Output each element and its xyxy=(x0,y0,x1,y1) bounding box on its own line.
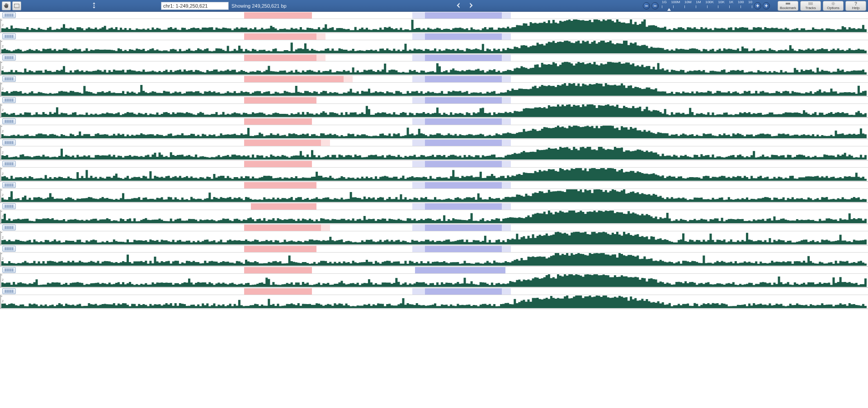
track-body[interactable]: 2 xyxy=(0,168,868,181)
genomic-location-input[interactable] xyxy=(161,2,229,10)
track-settings-button[interactable] xyxy=(2,12,16,18)
help-button[interactable]: ? Help xyxy=(845,1,866,11)
bookmark-button-label: Bookmark xyxy=(780,6,796,10)
zoom-scale-pointer-icon[interactable] xyxy=(667,8,671,11)
options-button[interactable]: Options xyxy=(823,1,844,11)
track-settings-button[interactable] xyxy=(2,267,16,273)
vertical-resize-icon[interactable] xyxy=(90,2,98,10)
track-row: 2 xyxy=(0,75,868,97)
pan-right-button[interactable] xyxy=(467,1,475,10)
zoom-in-button[interactable]: + xyxy=(754,2,761,9)
highlight-region-blue xyxy=(425,140,502,146)
track-header xyxy=(0,12,868,19)
track-body[interactable]: 2 xyxy=(0,146,868,160)
select-region-button[interactable] xyxy=(12,1,21,10)
grid-icon xyxy=(4,204,14,208)
track-body[interactable]: 2 xyxy=(0,253,868,266)
track-settings-button[interactable] xyxy=(2,97,16,103)
svg-line-13 xyxy=(834,2,835,3)
track-body[interactable]: 2 xyxy=(0,104,868,117)
pan-tool-button[interactable] xyxy=(2,1,11,10)
highlight-region-blue xyxy=(425,97,502,103)
track-settings-button[interactable] xyxy=(2,288,16,294)
track-settings-button[interactable] xyxy=(2,161,16,167)
track-body[interactable]: 2 xyxy=(0,274,868,287)
track-row: 2 xyxy=(0,288,868,309)
highlight-region-blue xyxy=(425,118,502,125)
bookmark-button[interactable]: Bookmark xyxy=(778,1,798,11)
grid-icon xyxy=(4,289,14,293)
gear-icon xyxy=(830,1,836,6)
zoom-out-button[interactable]: − xyxy=(651,2,659,9)
grid-icon xyxy=(4,268,14,272)
track-row: 2 xyxy=(0,54,868,75)
track-body[interactable]: 2 xyxy=(0,19,868,33)
highlight-region-blue xyxy=(425,203,502,210)
pan-nav xyxy=(455,1,475,10)
track-body[interactable]: 2 xyxy=(0,295,868,309)
zoom-out-step-button[interactable]: − xyxy=(643,2,650,9)
grid-icon xyxy=(4,225,14,230)
zoom-controls: − − 1G 100M 10M 1M 100K 10K 1K 100 10 + … xyxy=(643,1,771,11)
zoom-scale[interactable]: 1G 100M 10M 1M 100K 10K 1K 100 10 xyxy=(662,1,752,11)
track-row: 2 xyxy=(0,97,868,118)
svg-point-5 xyxy=(832,3,834,4)
tracks-scroll-area[interactable]: 22222222222222 xyxy=(0,12,868,408)
track-settings-button[interactable] xyxy=(2,182,16,188)
zoom-scale-labels: 1G 100M 10M 1M 100K 10K 1K 100 10 xyxy=(662,0,752,4)
track-settings-button[interactable] xyxy=(2,246,16,252)
svg-rect-1 xyxy=(786,3,790,5)
track-body[interactable]: 2 xyxy=(0,210,868,224)
track-header xyxy=(0,97,868,104)
zoom-in-step-button[interactable]: + xyxy=(763,2,770,9)
track-body[interactable]: 2 xyxy=(0,125,868,139)
track-header xyxy=(0,224,868,231)
track-header xyxy=(0,54,868,61)
track-body[interactable]: 2 xyxy=(0,83,868,96)
track-row: 2 xyxy=(0,139,868,160)
highlight-region-pink xyxy=(244,225,321,231)
tracks-button[interactable]: Tracks xyxy=(800,1,821,11)
help-button-label: Help xyxy=(852,6,859,10)
track-settings-button[interactable] xyxy=(2,203,16,209)
track-header xyxy=(0,160,868,168)
highlight-region-pink xyxy=(251,203,316,210)
coverage-signal xyxy=(1,232,867,244)
track-row: 2 xyxy=(0,203,868,224)
options-button-label: Options xyxy=(827,6,840,10)
hand-icon xyxy=(3,3,9,9)
track-row: 2 xyxy=(0,118,868,139)
highlight-region-blue xyxy=(425,182,502,188)
track-settings-button[interactable] xyxy=(2,76,16,82)
track-header xyxy=(0,139,868,146)
highlight-region-blue xyxy=(425,76,502,82)
track-body[interactable]: 2 xyxy=(0,61,868,75)
track-body[interactable]: 2 xyxy=(0,231,868,245)
highlight-region-blue xyxy=(425,161,502,167)
pan-left-button[interactable] xyxy=(455,1,463,10)
highlight-region-pink xyxy=(244,140,321,146)
track-row: 2 xyxy=(0,182,868,203)
coverage-signal xyxy=(1,168,867,181)
highlight-region-pink xyxy=(244,161,312,167)
coverage-signal xyxy=(1,147,867,159)
toolbar-right-buttons: Bookmark Tracks Options ? Help xyxy=(778,1,866,11)
track-settings-button[interactable] xyxy=(2,140,16,145)
track-body[interactable]: 2 xyxy=(0,189,868,202)
range-summary-label: Showing 249,250,621 bp xyxy=(231,3,287,9)
highlight-region-blue xyxy=(415,267,505,273)
highlight-region-pink xyxy=(244,33,316,40)
track-body[interactable]: 2 xyxy=(0,40,868,54)
track-header xyxy=(0,33,868,40)
highlight-region-pink xyxy=(244,118,312,125)
track-settings-button[interactable] xyxy=(2,225,16,230)
highlight-region-pink xyxy=(244,246,316,252)
track-settings-button[interactable] xyxy=(2,55,16,61)
track-settings-button[interactable] xyxy=(2,33,16,39)
bookmark-icon xyxy=(785,1,791,6)
track-settings-button[interactable] xyxy=(2,118,16,124)
highlight-region-pink xyxy=(244,288,312,295)
track-header xyxy=(0,288,868,295)
svg-line-10 xyxy=(832,2,832,3)
grid-icon xyxy=(4,119,14,123)
